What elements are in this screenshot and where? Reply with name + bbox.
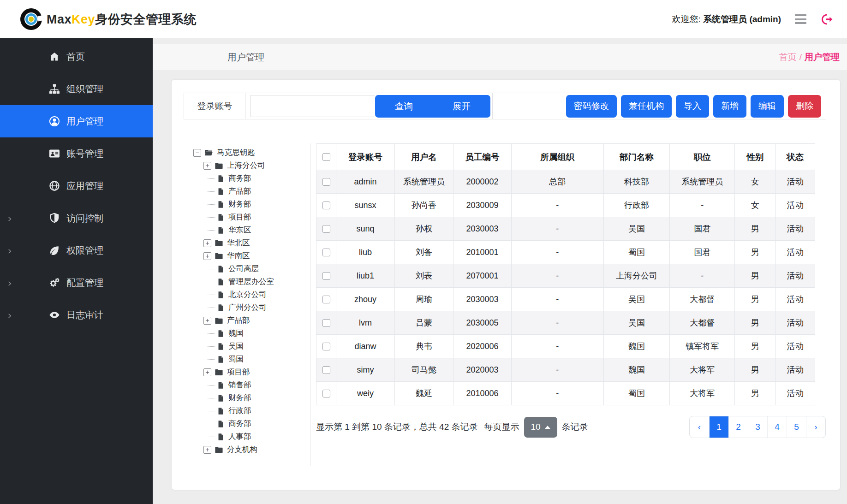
sidebar-item[interactable]: 账号管理 [0,137,153,170]
table-cell: sunq [336,217,394,241]
tree-item[interactable]: + 项目部 [184,366,310,379]
table-row[interactable]: lvm吕蒙2030005-吴国大都督男活动 [316,311,815,335]
table-cell: 魏延 [394,382,453,405]
tree-item[interactable]: 商务部 [184,172,310,185]
tree-expander[interactable]: + [203,239,211,247]
search-input[interactable] [251,95,375,117]
tree-expander[interactable]: + [203,162,211,170]
tree-expander[interactable]: + [203,317,211,325]
select-all-checkbox[interactable] [322,153,330,161]
page-button[interactable]: 2 [728,416,748,438]
table-row[interactable]: dianw典韦2020006-魏国镇军将军男活动 [316,335,815,358]
column-header: 性别 [734,144,775,170]
table-row[interactable]: zhouy周瑜2030003-吴国大都督男活动 [316,288,815,311]
tree-item[interactable]: 公司高层 [184,262,310,275]
tree-item[interactable]: 人事部 [184,430,310,443]
query-button[interactable]: 查询 [375,95,433,118]
tree-item[interactable]: + 华南区 [184,249,310,262]
table-row[interactable]: weiy魏延2010006-蜀国大将军男活动 [316,382,815,405]
table-header-row: 登录账号用户名员工编号所属组织部门名称职位性别状态 [316,144,815,170]
import-button[interactable]: 导入 [676,95,709,118]
concurrent-org-button[interactable]: 兼任机构 [621,95,672,118]
tree-item[interactable]: 财务部 [184,391,310,404]
tree-expander[interactable]: + [203,446,211,454]
tree-item[interactable]: 北京分公司 [184,288,310,301]
tree-expander[interactable]: + [203,252,211,260]
row-checkbox[interactable] [322,343,330,350]
table-row[interactable]: admin系统管理员2000002总部科技部系统管理员女活动 [316,170,815,194]
sidebar-item[interactable]: 用户管理 [0,105,153,137]
table-cell: 吴国 [603,311,670,335]
page-button[interactable]: 5 [787,416,806,438]
sidebar-item[interactable]: 权限管理 [0,234,153,267]
breadcrumb-home-link[interactable]: 首页 [779,52,797,62]
table-cell: 2030009 [453,194,511,217]
table-cell: - [511,194,603,217]
row-checkbox[interactable] [322,366,330,374]
sidebar-item[interactable]: 日志审计 [0,299,153,331]
tree-item[interactable]: − 马克思钥匙 [184,146,310,159]
table-row[interactable]: liub1刘表2070001-上海分公司-男活动 [316,264,815,288]
tree-item[interactable]: 销售部 [184,379,310,391]
table-cell: 活动 [775,194,815,217]
tree-item-label: 公司高层 [228,264,259,274]
expand-button[interactable]: 展开 [433,95,490,118]
page-button[interactable]: 3 [748,416,767,438]
edit-button[interactable]: 编辑 [751,95,784,118]
tree-item[interactable]: 管理层办公室 [184,275,310,288]
row-checkbox[interactable] [322,319,330,327]
password-change-button[interactable]: 密码修改 [566,95,617,118]
tree-item[interactable]: + 分支机构 [184,443,310,456]
row-checkbox[interactable] [322,390,330,397]
tree-item[interactable]: + 产品部 [184,314,310,327]
tree-item[interactable]: 广州分公司 [184,301,310,314]
logout-icon[interactable] [821,13,833,25]
row-checkbox[interactable] [322,225,330,233]
sidebar-item[interactable]: 应用管理 [0,170,153,202]
tree-item[interactable]: 财务部 [184,198,310,211]
tree-item[interactable]: 蜀国 [184,353,310,366]
table-row[interactable]: sunq孙权2030003-吴国国君男活动 [316,217,815,241]
table-row[interactable]: sunsx孙尚香2030009-行政部-女活动 [316,194,815,217]
table-cell: 男 [734,217,775,241]
tree-expander[interactable]: − [193,149,201,157]
page-button[interactable]: 4 [767,416,787,438]
tree-item[interactable]: 吴国 [184,340,310,353]
prev-page-button[interactable]: ‹ [690,416,709,438]
row-checkbox[interactable] [322,272,330,280]
sidebar-item[interactable]: 访问控制 [0,202,153,234]
file-icon [217,201,225,208]
add-button[interactable]: 新增 [713,95,746,118]
tree-item[interactable]: 行政部 [184,404,310,417]
sidebar-item[interactable]: 首页 [0,41,153,73]
table-row[interactable]: simy司马懿2020003-魏国大将军男活动 [316,358,815,382]
tree-item[interactable]: 魏国 [184,327,310,340]
tree-expander[interactable]: + [203,368,211,376]
row-checkbox[interactable] [322,202,330,209]
tree-item[interactable]: 项目部 [184,211,310,224]
page-button[interactable]: 1 [709,416,728,438]
row-checkbox[interactable] [322,249,330,256]
row-select-cell [316,241,336,264]
tree-item-label: 商务部 [228,419,251,429]
hamburger-icon[interactable] [795,14,806,24]
table-cell: 男 [734,335,775,358]
app-header: MaxKey身份安全管理系统 欢迎您: 系统管理员 (admin) [0,0,847,38]
tree-item[interactable]: 华东区 [184,224,310,237]
table-row[interactable]: liub刘备2010001-蜀国国君男活动 [316,241,815,264]
tree-item[interactable]: 产品部 [184,185,310,198]
delete-button[interactable]: 删除 [788,95,821,118]
unit-label: 条记录 [562,421,588,433]
table-cell: 男 [734,264,775,288]
tree-item[interactable]: 商务部 [184,417,310,430]
next-page-button[interactable]: › [806,416,825,438]
tree-item[interactable]: + 上海分公司 [184,159,310,172]
tree-item[interactable]: + 华北区 [184,237,310,249]
row-checkbox[interactable] [322,296,330,303]
table-cell: 科技部 [603,170,670,194]
page-size-select[interactable]: 10 [524,417,557,438]
page-titlebar: 用户管理 首页/用户管理 [153,44,847,70]
sidebar-item[interactable]: 组织管理 [0,73,153,105]
sidebar-item[interactable]: 配置管理 [0,267,153,299]
row-checkbox[interactable] [322,178,330,186]
